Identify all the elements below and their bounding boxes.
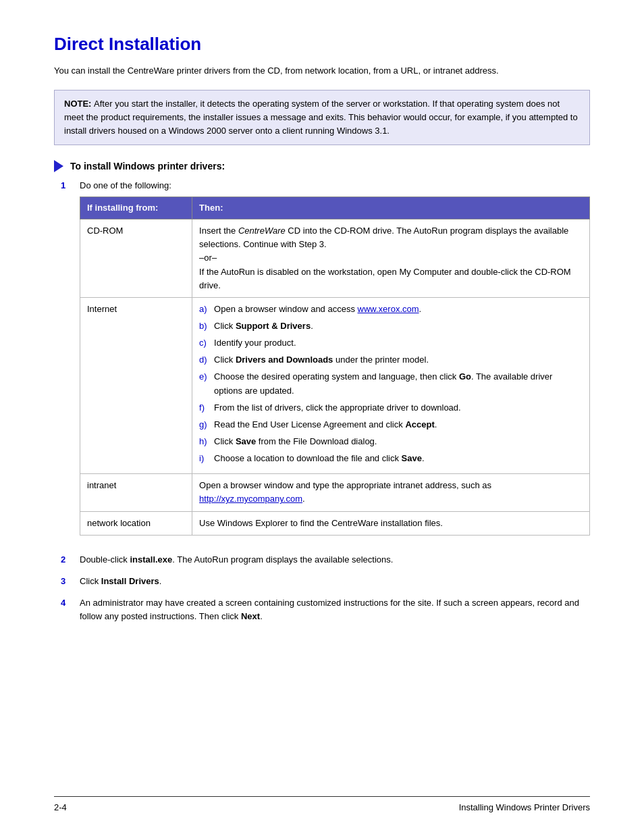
sub-item-h: Click Save from the File Download dialog… [214,435,377,448]
sub-item-g: Read the End User License Agreement and … [214,418,437,432]
step-1-number: 1 [61,179,76,545]
list-item: i) Choose a location to download the fil… [199,452,583,465]
step-3-before: Click [80,576,101,586]
step-2-bold: install.exe [130,554,172,565]
list-item: h) Click Save from the File Download dia… [199,435,583,448]
list-item: a) Open a browser window and access www.… [199,303,583,316]
table-header-then: Then: [192,197,590,219]
step-4-content: An administrator may have created a scre… [80,596,590,623]
table-cell-from-intranet: intranet [80,474,192,511]
xerox-link[interactable]: www.xerox.com [358,304,419,314]
step-2: 2 Double-click install.exe. The AutoRun … [61,553,590,567]
step-4: 4 An administrator may have created a sc… [61,596,590,623]
table-row: Internet a) Open a browser window and ac… [80,297,590,473]
list-item: g) Read the End User License Agreement a… [199,418,583,432]
note-box: NOTE: After you start the installer, it … [54,90,590,145]
sub-label-g: g) [199,418,214,432]
sub-item-i: Choose a location to download the file a… [214,452,425,465]
sub-label-h: h) [199,435,214,448]
install-table: If installing from: Then: CD-ROM Insert … [80,197,590,536]
table-header-from: If installing from: [80,197,192,219]
intro-paragraph: You can install the CentreWare printer d… [54,64,590,78]
step-2-content: Double-click install.exe. The AutoRun pr… [80,553,590,567]
list-item: b) Click Support & Drivers. [199,319,583,333]
section-heading-text: To install Windows printer drivers: [70,161,225,172]
sub-item-c: Identify your product. [214,336,296,350]
table-cell-then-cdrom: Insert the CentreWare CD into the CD-ROM… [192,219,590,298]
step-2-number: 2 [61,553,76,567]
sub-item-f: From the list of drivers, click the appr… [214,401,461,415]
list-item: d) Click Drivers and Downloads under the… [199,353,583,367]
table-cell-then-network: Use Windows Explorer to find the CentreW… [192,511,590,535]
footer-right: Installing Windows Printer Drivers [459,802,590,812]
note-label: NOTE: [64,99,94,109]
list-item: e) Choose the desired operating system a… [199,370,583,397]
step-1-content: Do one of the following: If installing f… [80,179,590,545]
step-3-after: . [159,576,162,586]
table-cell-from-network: network location [80,511,192,535]
step-4-before: An administrator may have created a scre… [80,598,579,621]
page-footer: 2-4 Installing Windows Printer Drivers [54,796,590,812]
sub-item-a: Open a browser window and access www.xer… [214,303,421,316]
sub-label-e: e) [199,370,214,397]
table-row: CD-ROM Insert the CentreWare CD into the… [80,219,590,298]
table-cell-then-internet: a) Open a browser window and access www.… [192,297,590,473]
list-item: f) From the list of drivers, click the a… [199,401,583,415]
internet-sub-list: a) Open a browser window and access www.… [199,303,583,465]
step-3-content: Click Install Drivers. [80,575,590,588]
table-cell-then-intranet: Open a browser window and type the appro… [192,474,590,511]
section-heading: To install Windows printer drivers: [54,160,590,172]
table-row: intranet Open a browser window and type … [80,474,590,511]
table-row: network location Use Windows Explorer to… [80,511,590,535]
step-1: 1 Do one of the following: If installing… [61,179,590,545]
sub-label-d: d) [199,353,214,367]
step-4-after: . [260,611,263,621]
step-3-number: 3 [61,575,76,588]
sub-label-a: a) [199,303,214,316]
note-text: After you start the installer, it detect… [64,99,578,136]
step-3-bold: Install Drivers [101,576,159,586]
sub-label-b: b) [199,319,214,333]
step-4-bold: Next [241,611,260,621]
step-2-before: Double-click [80,554,130,565]
page-title: Direct Installation [54,34,590,55]
sub-label-i: i) [199,452,214,465]
footer-left: 2-4 [54,802,67,812]
step-list: 1 Do one of the following: If installing… [61,179,590,623]
sub-item-d: Click Drivers and Downloads under the pr… [214,353,429,367]
sub-label-c: c) [199,336,214,350]
table-cell-from-internet: Internet [80,297,192,473]
step-3: 3 Click Install Drivers. [61,575,590,588]
sub-item-e: Choose the desired operating system and … [214,370,583,397]
sub-item-b: Click Support & Drivers. [214,319,313,333]
table-cell-from-cdrom: CD-ROM [80,219,192,298]
step-2-after: . The AutoRun program displays the avail… [172,554,393,565]
arrow-icon [54,160,63,172]
sub-label-f: f) [199,401,214,415]
step-4-number: 4 [61,596,76,623]
list-item: c) Identify your product. [199,336,583,350]
step-1-text: Do one of the following: [80,180,171,190]
intranet-link[interactable]: http://xyz.mycompany.com [199,494,302,504]
